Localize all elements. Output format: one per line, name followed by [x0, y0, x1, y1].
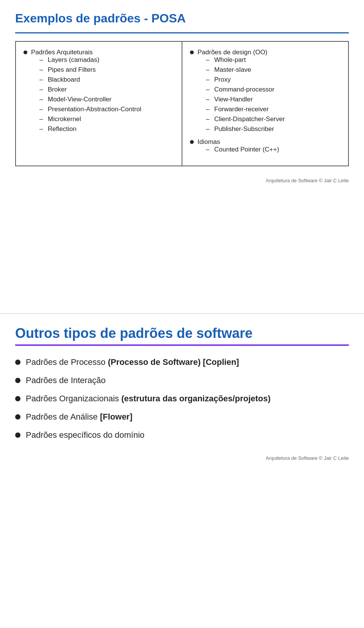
col2-bullet-dot-1 [190, 50, 194, 54]
slide2-label-3-normal: Padrões Organizacionais [26, 394, 121, 403]
col2-sub-label-6: Forwarder-receiver [214, 106, 269, 113]
slide2-label-4-bold: [Flower] [100, 412, 133, 421]
col2-sub-label-3: Proxy [214, 76, 231, 84]
slide2-label-3: Padrões Organizacionais (estrutura das o… [26, 394, 271, 404]
col1-sub-item-6: –Presentation-Abstraction-Control [31, 106, 141, 113]
col2-dash-3: – [206, 76, 212, 84]
slide2-bullet-dot-1 [15, 360, 20, 365]
col2-dash-6: – [206, 106, 212, 113]
slide2-label-2: Padrões de Interação [26, 376, 105, 385]
col1-sub-item-7: –Microkernel [31, 115, 141, 123]
slide2-bullet-dot-4 [15, 414, 20, 420]
col2-bullet-list: Padrões de design (OO) –Whole-part –Mast… [190, 49, 340, 156]
slide2-bullet-dot-2 [15, 378, 20, 383]
dash-1: – [39, 56, 46, 64]
dash-7: – [39, 115, 46, 123]
col2-sub-item-4: –Command-processor [198, 86, 285, 93]
slide-2-title: Outros tipos de padrões de software [15, 325, 349, 341]
col2-sub-list-2: –Counted Pointer (C++) [198, 146, 279, 153]
slide2-label-4-normal: Padrões de Análise [26, 412, 100, 421]
col1-sub-item-4: –Broker [31, 86, 141, 93]
col2-main-item-1: Padrões de design (OO) –Whole-part –Mast… [190, 49, 340, 135]
slide-2-footer: Arquitetura de Software © Jair C Leite [15, 451, 349, 463]
col1-sub-item-5: –Model-View-Controller [31, 96, 141, 103]
col2-sub-item-6: –Forwarder-receiver [198, 106, 285, 113]
col2-sub-label-5: View-Handler [214, 96, 253, 103]
slide2-label-3-bold: (estrutura das organizações/projetos) [121, 394, 271, 403]
col1-sub-label-7: Microkernel [48, 115, 81, 123]
col1-sub-list: –Layers (camadas) –Pipes and Filters –Bl… [31, 56, 141, 133]
col1-sub-label-8: Reflection [48, 125, 77, 133]
dash-4: – [39, 86, 46, 93]
col2-dash-4: – [206, 86, 212, 93]
col2-sub-item-7: –Client-Dispatcher-Server [198, 115, 285, 123]
slide2-label-1-normal: Padrões de Processo [26, 357, 108, 367]
slide2-item-3: Padrões Organizacionais (estrutura das o… [15, 394, 349, 404]
slide2-item-2: Padrões de Interação [15, 376, 349, 385]
col2-sub-list-1: –Whole-part –Master-slave –Proxy –Comman… [198, 56, 285, 133]
col1-main-label: Padrões Arquiteturais [31, 49, 93, 56]
slide2-label-5: Padrões específicos do domínio [26, 430, 144, 440]
slide-1-col2: Padrões de design (OO) –Whole-part –Mast… [182, 42, 348, 166]
col1-sub-label-3: Blackboard [48, 76, 80, 84]
col1-sub-item-2: –Pipes and Filters [31, 66, 141, 74]
col2-sub-item-8: –Publisher-Subscriber [198, 125, 285, 133]
col2-dash-5: – [206, 96, 212, 103]
col2-sub-item-5: –View-Handler [198, 96, 285, 103]
slide-1-col1: Padrões Arquiteturais –Layers (camadas) … [16, 42, 182, 166]
dash-5: – [39, 96, 46, 103]
col2-bullet-dot-2 [190, 140, 194, 144]
col1-sub-label-1: Layers (camadas) [48, 56, 99, 64]
slide-1-footer: Arquitetura de Software © Jair C Leite [15, 174, 349, 185]
col2-main-label-2: Idiomas [198, 138, 220, 145]
col1-sub-item-1: –Layers (camadas) [31, 56, 141, 64]
slide-2: Outros tipos de padrões de software Padr… [0, 314, 364, 628]
slide2-item-4: Padrões de Análise [Flower] [15, 412, 349, 422]
slide2-bullet-dot-5 [15, 432, 20, 438]
slide-1: Exemplos de padrões - POSA Padrões Arqui… [0, 0, 364, 314]
slide-2-bullet-list: Padrões de Processo (Processo de Softwar… [15, 357, 349, 440]
slide2-label-1-bold: (Processo de Software) [Coplien] [108, 357, 239, 367]
slide2-item-1: Padrões de Processo (Processo de Softwar… [15, 357, 349, 367]
col1-bullet-dot [24, 50, 27, 54]
col2-sub-label-9: Counted Pointer (C++) [214, 146, 279, 153]
dash-3: – [39, 76, 46, 84]
col2-sub-item-9: –Counted Pointer (C++) [198, 146, 279, 153]
col2-sub-item-2: –Master-slave [198, 66, 285, 74]
col1-sub-label-2: Pipes and Filters [48, 66, 96, 74]
col2-dash-1: – [206, 56, 212, 64]
col1-sub-item-3: –Blackboard [31, 76, 141, 84]
slide-1-content-table: Padrões Arquiteturais –Layers (camadas) … [15, 41, 349, 166]
dash-6: – [39, 106, 46, 113]
col2-dash-7: – [206, 115, 212, 123]
col2-sub-label-7: Client-Dispatcher-Server [214, 115, 285, 123]
slide-1-title-underline [15, 32, 349, 33]
col2-sub-item-3: –Proxy [198, 76, 285, 84]
col1-bullet-list: Padrões Arquiteturais –Layers (camadas) … [24, 49, 174, 135]
col2-dash-9: – [206, 146, 212, 153]
col2-dash-2: – [206, 66, 212, 74]
slide2-label-1: Padrões de Processo (Processo de Softwar… [26, 357, 239, 367]
col1-sub-label-4: Broker [48, 86, 67, 93]
col1-main-item: Padrões Arquiteturais –Layers (camadas) … [24, 49, 174, 135]
slide2-label-4: Padrões de Análise [Flower] [26, 412, 132, 422]
col2-sub-label-1: Whole-part [214, 56, 246, 64]
slide-1-title: Exemplos de padrões - POSA [15, 11, 349, 25]
slide2-bullet-dot-3 [15, 396, 20, 401]
dash-8: – [39, 125, 46, 133]
col1-sub-item-8: –Reflection [31, 125, 141, 133]
col1-sub-label-6: Presentation-Abstraction-Control [48, 106, 141, 113]
col2-dash-8: – [206, 125, 212, 133]
slide-2-title-underline [15, 344, 349, 346]
col2-sub-label-4: Command-processor [214, 86, 275, 93]
slide2-item-5: Padrões específicos do domínio [15, 430, 349, 440]
col2-sub-item-1: –Whole-part [198, 56, 285, 64]
col2-main-label-1: Padrões de design (OO) [198, 49, 267, 56]
dash-2: – [39, 66, 46, 74]
col2-sub-label-2: Master-slave [214, 66, 251, 74]
col2-main-item-2: Idiomas –Counted Pointer (C++) [190, 138, 340, 156]
col2-sub-label-8: Publisher-Subscriber [214, 125, 274, 133]
col1-sub-label-5: Model-View-Controller [48, 96, 111, 103]
